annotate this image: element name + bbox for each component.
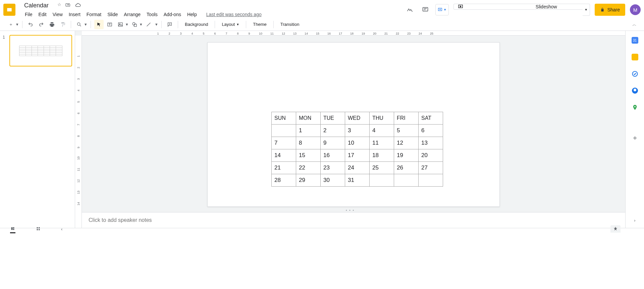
calendar-cell[interactable]: 9 (321, 137, 345, 149)
slideshow-dropdown[interactable]: ▼ (583, 4, 590, 16)
menu-tools[interactable]: Tools (144, 10, 160, 18)
calendar-header-cell[interactable]: MON (296, 112, 321, 125)
calendar-cell[interactable]: 19 (394, 149, 419, 162)
calendar-cell[interactable]: 22 (296, 162, 321, 174)
calendar-header-cell[interactable]: SAT (419, 112, 443, 125)
image-tool[interactable] (116, 20, 125, 29)
calendar-cell[interactable]: 3 (345, 125, 370, 137)
calendar-cell[interactable]: 5 (394, 125, 419, 137)
calendar-cell[interactable]: 25 (370, 162, 394, 174)
vertical-ruler[interactable]: 1234567891011121314 (75, 36, 82, 228)
calendar-cell[interactable]: 27 (419, 162, 443, 174)
menu-arrange[interactable]: Arrange (121, 10, 143, 18)
tasks-app-icon[interactable] (631, 70, 639, 78)
calendar-cell[interactable]: 14 (272, 149, 296, 162)
comments-icon[interactable] (420, 4, 431, 15)
calendar-cell[interactable]: 23 (321, 162, 345, 174)
layout-button[interactable]: Layout▼ (218, 20, 243, 29)
add-addon-icon[interactable]: ＋ (631, 134, 639, 142)
slideshow-button[interactable]: Slideshow (453, 4, 583, 10)
calendar-cell[interactable]: 16 (321, 149, 345, 162)
calendar-cell[interactable]: 11 (370, 137, 394, 149)
calendar-cell[interactable]: 24 (345, 162, 370, 174)
calendar-cell[interactable]: 2 (321, 125, 345, 137)
prev-icon[interactable]: ‹ (61, 227, 62, 233)
speaker-notes[interactable]: Click to add speaker notes (82, 212, 625, 228)
calendar-cell[interactable]: 1 (296, 125, 321, 137)
calendar-header-cell[interactable]: TUE (321, 112, 345, 125)
calendar-cell[interactable]: 29 (296, 174, 321, 187)
present-to-meeting-button[interactable]: ▼ (435, 4, 449, 15)
cloud-status-icon[interactable] (75, 2, 81, 9)
calendar-header-cell[interactable]: WED (345, 112, 370, 125)
theme-button[interactable]: Theme (250, 20, 270, 29)
calendar-cell[interactable] (419, 174, 443, 187)
collapse-toolbar-icon[interactable]: ︿ (631, 20, 638, 29)
menu-view[interactable]: View (50, 10, 65, 18)
calendar-app-icon[interactable]: 31 (631, 36, 639, 44)
textbox-tool[interactable] (105, 20, 114, 29)
slides-logo[interactable] (3, 4, 15, 16)
keep-app-icon[interactable] (631, 53, 639, 61)
calendar-cell[interactable]: 21 (272, 162, 296, 174)
calendar-cell[interactable]: 12 (394, 137, 419, 149)
shape-tool[interactable] (130, 20, 139, 29)
activity-icon[interactable] (405, 4, 415, 15)
background-button[interactable]: Background (181, 20, 211, 29)
calendar-header-cell[interactable]: THU (370, 112, 394, 125)
menu-file[interactable]: File (22, 10, 35, 18)
calendar-cell[interactable] (370, 174, 394, 187)
image-dropdown[interactable]: ▾ (125, 22, 128, 27)
filmstrip-view-icon[interactable] (10, 227, 15, 233)
calendar-header-cell[interactable]: FRI (394, 112, 419, 125)
zoom-button[interactable] (74, 20, 84, 29)
new-slide-dropdown[interactable]: ▾ (15, 22, 19, 27)
menu-edit[interactable]: Edit (36, 10, 49, 18)
transition-button[interactable]: Transition (277, 20, 303, 29)
paint-format-button[interactable] (58, 20, 67, 29)
move-icon[interactable] (65, 2, 71, 9)
calendar-cell[interactable]: 18 (370, 149, 394, 162)
line-tool[interactable] (144, 20, 153, 29)
select-tool[interactable] (94, 20, 104, 29)
menu-insert[interactable]: Insert (66, 10, 83, 18)
calendar-cell[interactable]: 6 (419, 125, 443, 137)
calendar-cell[interactable]: 26 (394, 162, 419, 174)
menu-addons[interactable]: Add-ons (161, 10, 184, 18)
shape-dropdown[interactable]: ▾ (139, 22, 143, 27)
document-title[interactable]: Calendar (22, 1, 51, 10)
zoom-dropdown[interactable]: ▾ (84, 22, 87, 27)
notes-resize-handle[interactable]: • • • (75, 209, 625, 212)
explore-button[interactable] (610, 225, 621, 233)
calendar-table[interactable]: SUNMONTUEWEDTHUFRISAT1234567891011121314… (271, 112, 443, 187)
line-dropdown[interactable]: ▾ (155, 22, 158, 27)
account-avatar[interactable]: M (630, 4, 641, 15)
last-edit-link[interactable]: Last edit was seconds ago (204, 10, 264, 18)
add-comment-button[interactable] (165, 20, 174, 29)
redo-button[interactable] (37, 20, 46, 29)
menu-slide[interactable]: Slide (105, 10, 120, 18)
menu-format[interactable]: Format (84, 10, 104, 18)
calendar-header-cell[interactable]: SUN (272, 112, 296, 125)
new-slide-button[interactable]: ＋ (6, 20, 15, 29)
calendar-cell[interactable]: 13 (419, 137, 443, 149)
hide-sidepanel-icon[interactable]: › (631, 216, 639, 225)
calendar-cell[interactable]: 15 (296, 149, 321, 162)
calendar-cell[interactable]: 4 (370, 125, 394, 137)
menu-help[interactable]: Help (184, 10, 200, 18)
grid-view-icon[interactable] (36, 227, 41, 233)
contacts-app-icon[interactable] (631, 87, 639, 95)
calendar-cell[interactable]: 10 (345, 137, 370, 149)
calendar-cell[interactable]: 30 (321, 174, 345, 187)
calendar-cell[interactable]: 31 (345, 174, 370, 187)
slide-thumbnail-1[interactable] (9, 35, 72, 66)
calendar-cell[interactable]: 7 (272, 137, 296, 149)
slide-canvas[interactable]: SUNMONTUEWEDTHUFRISAT1234567891011121314… (207, 42, 500, 207)
calendar-cell[interactable] (272, 125, 296, 137)
share-button[interactable]: Share (595, 4, 625, 16)
horizontal-ruler[interactable]: 1234567891011121314151617181920212223242… (82, 31, 625, 36)
calendar-cell[interactable]: 28 (272, 174, 296, 187)
calendar-cell[interactable]: 17 (345, 149, 370, 162)
undo-button[interactable] (26, 20, 35, 29)
calendar-cell[interactable]: 8 (296, 137, 321, 149)
